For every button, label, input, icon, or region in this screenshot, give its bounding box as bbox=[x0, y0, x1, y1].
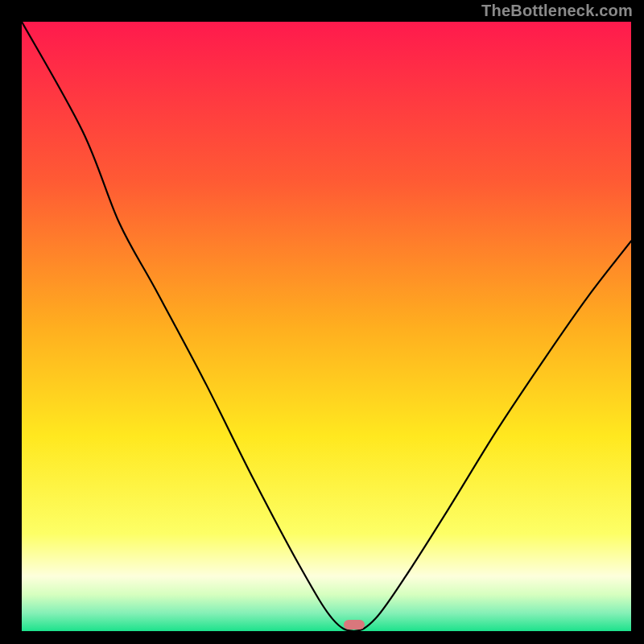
minimum-marker bbox=[344, 620, 365, 630]
chart-frame: TheBottleneck.com bbox=[0, 0, 644, 644]
watermark-label: TheBottleneck.com bbox=[481, 2, 633, 20]
plot-area bbox=[22, 22, 631, 631]
bottleneck-curve bbox=[22, 22, 631, 631]
